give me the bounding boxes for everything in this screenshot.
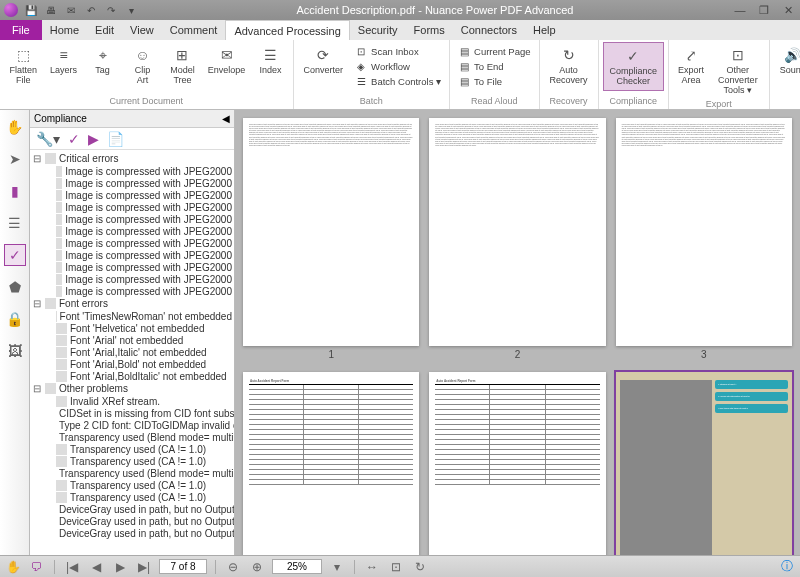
zoom-out-icon[interactable]: ⊖ [224,559,242,575]
view-fit-page-icon[interactable]: ⊡ [387,559,405,575]
panel-settings-icon[interactable]: 🔧▾ [36,131,60,147]
status-first-icon[interactable]: |◀ [63,559,81,575]
qat-undo-icon[interactable]: ↶ [84,3,98,17]
nav-page-icon[interactable]: ▮ [4,180,26,202]
tree-item[interactable]: Image is compressed with JPEG2000 [32,213,232,225]
info-icon[interactable]: ⓘ [778,559,796,575]
tree-item[interactable]: Font 'Arial,Italic' not embedded [32,346,232,358]
tree-item[interactable]: Font 'Arial' not embedded [32,334,232,346]
tree-item[interactable]: Font 'Helvetica' not embedded [32,322,232,334]
minimize-button[interactable]: — [732,3,748,17]
ribbon-sound-button[interactable]: 🔊Sound [774,42,800,79]
zoom-value[interactable]: 25% [272,559,322,574]
maximize-button[interactable]: ❐ [756,3,772,17]
ribbon-current-page-item[interactable]: ▤Current Page [456,44,533,58]
tree-section-font-errors[interactable]: ⊟Font errors [32,297,232,310]
status-note-icon[interactable]: 🗩 [28,559,46,575]
tree-item[interactable]: Image is compressed with JPEG2000 [32,261,232,273]
ribbon-workflow-item[interactable]: ◈Workflow [353,59,443,73]
page-thumbnail-4[interactable]: Auto Accident Report Form [243,372,419,555]
qat-more-icon[interactable]: ▾ [124,3,138,17]
tab-connectors[interactable]: Connectors [453,20,525,40]
panel-collapse-icon[interactable]: ◀ [222,113,230,124]
nav-hand-icon[interactable]: ✋ [4,116,26,138]
panel-run-icon[interactable]: ▶ [88,131,99,147]
status-last-icon[interactable]: ▶| [135,559,153,575]
tree-item[interactable]: Type 2 CID font: CIDToGIDMap invalid or… [32,419,232,431]
tree-item[interactable]: Image is compressed with JPEG2000 [32,189,232,201]
tree-item[interactable]: CIDSet in is missing from CID font subse… [32,407,232,419]
qat-save-icon[interactable]: 💾 [24,3,38,17]
tree-item[interactable]: Transparency used (CA != 1.0) [32,491,232,503]
tree-item[interactable]: Font 'Arial,BoldItalic' not embedded [32,370,232,382]
tab-file[interactable]: File [0,20,42,40]
nav-lock-icon[interactable]: 🔒 [4,308,26,330]
tab-security[interactable]: Security [350,20,406,40]
nav-doc-icon[interactable]: ☰ [4,212,26,234]
tree-item[interactable]: DeviceGray used in path, but no OutputIn… [32,527,232,539]
tree-item[interactable]: Font 'Arial,Bold' not embedded [32,358,232,370]
ribbon-other-converter-button[interactable]: ⊡Other ConverterTools ▾ [711,42,765,99]
page-input[interactable] [159,559,207,574]
status-next-icon[interactable]: ▶ [111,559,129,575]
panel-report-icon[interactable]: 📄 [107,131,124,147]
tree-item[interactable]: Transparency used (CA != 1.0) [32,479,232,491]
ribbon-batch-controls---item[interactable]: ☰Batch Controls ▾ [353,74,443,88]
nav-stamp-icon[interactable]: ⬟ [4,276,26,298]
ribbon-tag-button[interactable]: ⌖Tag [85,42,121,79]
tree-item[interactable]: Font 'TimesNewRoman' not embedded [32,310,232,322]
tree-section-critical-errors[interactable]: ⊟Critical errors [32,152,232,165]
ribbon-index-button[interactable]: ☰Index [253,42,289,79]
close-button[interactable]: ✕ [780,3,796,17]
zoom-dropdown-icon[interactable]: ▾ [328,559,346,575]
page-thumbnail-1[interactable]: Lorem ipsum dolor sit amet consectetur a… [243,118,419,346]
ribbon-envelope-button[interactable]: ✉Envelope [202,42,250,79]
tab-view[interactable]: View [122,20,162,40]
nav-arrow-icon[interactable]: ➤ [4,148,26,170]
ribbon-layers-button[interactable]: ≡Layers [45,42,83,79]
ribbon-clip-art-button[interactable]: ☺Clip Art [123,42,163,89]
ribbon-export-button[interactable]: ⤤ExportArea [673,42,709,89]
ribbon-flatten-button[interactable]: ⬚FlattenFile [4,42,43,89]
tree-section-other-problems[interactable]: ⊟Other problems [32,382,232,395]
tree-item[interactable]: Transparency used (CA != 1.0) [32,455,232,467]
page-thumbnail-5[interactable]: Auto Accident Report Form [429,372,605,555]
ribbon-to-end-item[interactable]: ▤To End [456,59,533,73]
zoom-in-icon[interactable]: ⊕ [248,559,266,575]
tree-item[interactable]: Image is compressed with JPEG2000 [32,177,232,189]
ribbon-auto-button[interactable]: ↻AutoRecovery [544,42,594,89]
nav-compliance-icon[interactable]: ✓ [4,244,26,266]
tree-item[interactable]: Transparency used (Blend mode= multiply… [32,467,232,479]
tab-forms[interactable]: Forms [406,20,453,40]
tree-item[interactable]: Image is compressed with JPEG2000 [32,237,232,249]
ribbon-model-button[interactable]: ⊞ModelTree [164,42,200,89]
status-prev-icon[interactable]: ◀ [87,559,105,575]
panel-check-icon[interactable]: ✓ [68,131,80,147]
tab-help[interactable]: Help [525,20,564,40]
qat-print-icon[interactable]: 🖶 [44,3,58,17]
document-view[interactable]: Lorem ipsum dolor sit amet consectetur a… [235,110,800,555]
tab-home[interactable]: Home [42,20,87,40]
view-fit-width-icon[interactable]: ↔ [363,559,381,575]
tree-item[interactable]: Transparency used (Blend mode= multiply… [32,431,232,443]
page-thumbnail-6[interactable]: 1 Stopped at point A2 Moved into interse… [616,372,792,555]
tab-comment[interactable]: Comment [162,20,226,40]
page-thumbnail-3[interactable]: Lorem ipsum dolor sit amet consectetur a… [616,118,792,346]
ribbon-scan-inbox-item[interactable]: ⊡Scan Inbox [353,44,443,58]
compliance-tree[interactable]: ⊟Critical errorsImage is compressed with… [30,150,234,555]
tree-item[interactable]: Invalid XRef stream. [32,395,232,407]
qat-mail-icon[interactable]: ✉ [64,3,78,17]
page-thumbnail-2[interactable]: Lorem ipsum dolor sit amet consectetur a… [429,118,605,346]
ribbon-compliance-button[interactable]: ✓ComplianceChecker [603,42,665,91]
tree-item[interactable]: Image is compressed with JPEG2000 [32,165,232,177]
tree-item[interactable]: Transparency used (CA != 1.0) [32,443,232,455]
tree-item[interactable]: Image is compressed with JPEG2000 [32,225,232,237]
tree-item[interactable]: Image is compressed with JPEG2000 [32,285,232,297]
tree-item[interactable]: Image is compressed with JPEG2000 [32,249,232,261]
view-rotate-icon[interactable]: ↻ [411,559,429,575]
tree-item[interactable]: DeviceGray used in path, but no OutputIn… [32,515,232,527]
ribbon-to-file-item[interactable]: ▤To File [456,74,533,88]
nav-image-icon[interactable]: 🖼 [4,340,26,362]
tree-item[interactable]: DeviceGray used in path, but no OutputIn… [32,503,232,515]
qat-redo-icon[interactable]: ↷ [104,3,118,17]
